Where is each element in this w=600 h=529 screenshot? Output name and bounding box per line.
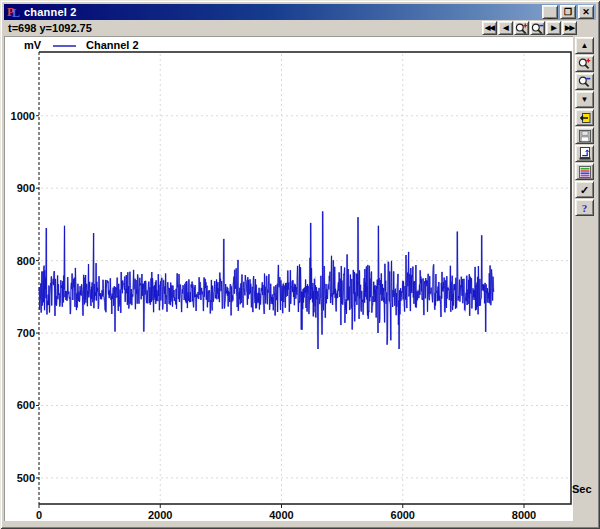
step-right-button[interactable]: ▶ bbox=[546, 21, 561, 35]
zoom-out-x-button[interactable] bbox=[530, 21, 545, 35]
svg-text:0: 0 bbox=[36, 509, 42, 521]
scroll-up-button[interactable]: ▲ bbox=[575, 37, 594, 54]
page-arrow-icon bbox=[579, 147, 591, 160]
double-right-arrow-icon: ▶▶ bbox=[565, 24, 574, 32]
zoom-in-icon bbox=[578, 57, 591, 70]
floppy-disk-icon bbox=[579, 130, 591, 142]
x-axis-unit-label: Sec bbox=[572, 483, 592, 495]
svg-text:800: 800 bbox=[17, 255, 35, 267]
svg-text:700: 700 bbox=[17, 327, 35, 339]
title-bar[interactable]: P L channel 2 _ ❐ ✕ bbox=[4, 4, 596, 20]
zoom-out-y-button[interactable] bbox=[575, 73, 594, 90]
left-arrow-icon: ◀ bbox=[503, 24, 507, 32]
app-icon: P L bbox=[6, 6, 20, 19]
zoom-in-y-button[interactable] bbox=[575, 55, 594, 72]
color-stripes-icon bbox=[579, 166, 591, 178]
export-button[interactable] bbox=[575, 109, 594, 126]
svg-text:1000: 1000 bbox=[11, 110, 35, 122]
minimize-button[interactable]: _ bbox=[542, 5, 558, 19]
app-window: P L channel 2 _ ❐ ✕ t=698 y=1092.75 ◀◀ ◀ bbox=[0, 0, 600, 529]
maximize-icon: ❐ bbox=[564, 8, 572, 16]
double-left-arrow-icon: ◀◀ bbox=[485, 24, 494, 32]
help-button[interactable]: ? bbox=[575, 199, 594, 216]
svg-text:500: 500 bbox=[17, 472, 35, 484]
right-arrow-icon: ▶ bbox=[551, 24, 555, 32]
page-right-button[interactable]: ▶▶ bbox=[562, 21, 577, 35]
side-toolbar: ▲ ▼ bbox=[573, 36, 596, 521]
cursor-readout: t=698 y=1092.75 bbox=[4, 22, 92, 34]
down-arrow-icon: ▼ bbox=[581, 96, 589, 104]
scroll-down-button[interactable]: ▼ bbox=[575, 91, 594, 108]
close-button[interactable]: ✕ bbox=[578, 5, 594, 19]
nav-button-group: ◀◀ ◀ ▶ ▶▶ bbox=[482, 21, 577, 35]
svg-text:900: 900 bbox=[17, 182, 35, 194]
svg-text:6000: 6000 bbox=[391, 509, 415, 521]
svg-text:2000: 2000 bbox=[148, 509, 172, 521]
svg-text:8000: 8000 bbox=[512, 509, 536, 521]
zoom-out-icon bbox=[531, 22, 544, 35]
question-mark-icon: ? bbox=[582, 202, 588, 214]
step-left-button[interactable]: ◀ bbox=[498, 21, 513, 35]
up-arrow-icon: ▲ bbox=[581, 42, 589, 50]
zoom-in-x-button[interactable] bbox=[514, 21, 529, 35]
window-title: channel 2 bbox=[24, 6, 77, 18]
svg-text:600: 600 bbox=[17, 399, 35, 411]
report-button[interactable] bbox=[575, 145, 594, 162]
colors-button[interactable] bbox=[575, 163, 594, 180]
apply-button[interactable]: ✓ bbox=[575, 181, 594, 198]
close-icon: ✕ bbox=[582, 8, 590, 16]
minimize-icon: _ bbox=[547, 11, 552, 19]
export-arrow-icon bbox=[578, 112, 591, 124]
chart-plot-area[interactable]: 500600700800900100002000400060008000 bbox=[5, 37, 574, 522]
save-button[interactable] bbox=[575, 127, 594, 144]
svg-text:4000: 4000 bbox=[269, 509, 293, 521]
maximize-button[interactable]: ❐ bbox=[560, 5, 576, 19]
page-left-button[interactable]: ◀◀ bbox=[482, 21, 497, 35]
checkmark-icon: ✓ bbox=[580, 185, 589, 195]
zoom-out-icon bbox=[578, 75, 591, 88]
status-bar: t=698 y=1092.75 ◀◀ ◀ ▶ ▶▶ bbox=[4, 20, 596, 36]
chart-area: mV Channel 2 500600700800900100002000400… bbox=[4, 36, 573, 521]
zoom-in-icon bbox=[515, 22, 528, 35]
